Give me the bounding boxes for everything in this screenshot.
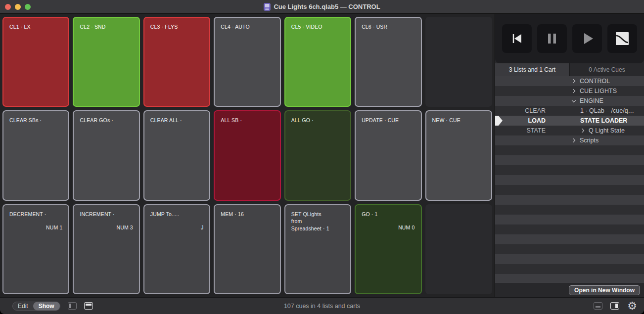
cart-cue-label: CLEAR ALL ·	[150, 117, 203, 124]
cart-cue-hotkey: J	[150, 224, 203, 230]
fade-curve-icon	[614, 31, 630, 46]
cart-cue-button[interactable]: CL5 · VIDEO	[284, 17, 351, 107]
cue-name: ENGINE	[580, 97, 603, 104]
cart-cue-button[interactable]: CLEAR GOs ·	[73, 110, 139, 200]
cue-list-row[interactable]: LOADSTATE LOADER	[495, 116, 644, 126]
cue-list-row[interactable]: STATEQ Light State	[495, 126, 644, 135]
cue-list-empty-row	[495, 215, 644, 224]
cart-cue-button[interactable]: MEM · 16	[214, 204, 280, 294]
cart-cell-empty	[425, 204, 492, 294]
cart-cue-button[interactable]: UPDATE · CUE	[355, 110, 421, 200]
cart-cue-button[interactable]: CL6 · USR	[355, 17, 421, 107]
cue-list-row[interactable]: CUE LIGHTS	[495, 86, 644, 96]
chevron-right-icon[interactable]	[571, 89, 577, 93]
sidebar: 3 Lists and 1 Cart 0 Active Cues CONTROL…	[495, 14, 644, 297]
sidebar-tabs: 3 Lists and 1 Cart 0 Active Cues	[495, 63, 644, 76]
cart-cue-label: ALL GO ·	[291, 117, 344, 124]
cart-cue-button[interactable]: CL2 · SND	[73, 17, 139, 107]
cart-cue-button[interactable]: CLEAR SBs ·	[2, 110, 69, 200]
cart-cue-button[interactable]: ALL SB ·	[214, 110, 280, 200]
zoom-window-icon[interactable]	[25, 4, 31, 10]
cart-cue-label: CL3 · FLYS	[150, 23, 203, 31]
cue-list-empty-row	[495, 244, 644, 254]
cue-list-row[interactable]: ENGINE	[495, 96, 644, 106]
pause-button[interactable]	[537, 24, 567, 53]
cart-cue-label: ALL SB ·	[221, 117, 274, 124]
cue-cart-grid: CL1 · LXCL2 · SNDCL3 · FLYSCL4 · AUTOCL5…	[0, 14, 495, 297]
document-icon	[264, 3, 271, 11]
edit-mode-button[interactable]: Edit	[13, 303, 33, 310]
sidebar-footer: Open in New Window	[495, 282, 644, 297]
cue-list-empty-row	[495, 224, 644, 234]
main-content: CL1 · LXCL2 · SNDCL3 · FLYSCL4 · AUTOCL5…	[0, 14, 644, 297]
show-mode-button[interactable]: Show	[33, 302, 60, 311]
chevron-down-icon[interactable]	[571, 98, 577, 103]
cart-cue-label: CL5 · VIDEO	[291, 23, 344, 31]
close-window-icon[interactable]	[5, 4, 11, 10]
cart-cue-label: JUMP To.....	[150, 211, 203, 218]
cue-name: Q Light State	[589, 127, 625, 134]
cart-cell-empty	[425, 17, 492, 107]
cue-list-empty-row	[495, 165, 644, 175]
cart-cue-button[interactable]: INCREMENT ·NUM 3	[73, 204, 139, 294]
cart-cue-button[interactable]: CLEAR ALL ·	[143, 110, 210, 200]
cart-cue-button[interactable]: CL3 · FLYS	[143, 17, 210, 107]
toggle-left-panel-icon[interactable]	[68, 302, 77, 310]
cart-cue-label: UPDATE · CUE	[362, 117, 414, 124]
traffic-lights	[0, 4, 31, 10]
tab-active-cues[interactable]: 0 Active Cues	[569, 63, 644, 76]
cue-list: CONTROLCUE LIGHTSENGINECLEAR1 · QLab – /…	[495, 76, 644, 282]
cart-cue-button[interactable]: ALL GO ·	[284, 110, 351, 200]
toggle-right-panel-icon[interactable]	[610, 302, 619, 310]
cue-list-empty-row	[495, 205, 644, 215]
skip-back-button[interactable]	[502, 24, 532, 53]
toggle-top-panel-icon[interactable]	[84, 302, 93, 310]
cart-cue-hotkey: NUM 3	[80, 224, 133, 230]
cart-cue-label: MEM · 16	[221, 211, 274, 218]
cue-count-status: 107 cues in 4 lists and carts	[0, 303, 644, 310]
cue-list-empty-row	[495, 274, 644, 282]
chevron-right-icon[interactable]	[571, 138, 577, 143]
transport-panel	[495, 14, 644, 63]
cart-cue-button[interactable]: DECREMENT ·NUM 1	[2, 204, 69, 294]
cue-name: Scripts	[580, 137, 598, 144]
cart-cue-button[interactable]: CL1 · LX	[2, 17, 69, 107]
cue-list-empty-row	[495, 264, 644, 274]
chevron-right-icon[interactable]	[571, 79, 577, 84]
tab-lists-and-carts[interactable]: 3 Lists and 1 Cart	[495, 63, 569, 76]
cue-list-empty-row	[495, 195, 644, 205]
cue-name: CUE LIGHTS	[580, 88, 617, 94]
cue-list-empty-row	[495, 185, 644, 195]
cart-cue-label: CLEAR GOs ·	[80, 117, 133, 124]
cart-cue-label: CL1 · LX	[9, 23, 62, 31]
cart-cue-button[interactable]: JUMP To.....J	[143, 204, 210, 294]
cart-cue-label: CLEAR SBs ·	[9, 117, 62, 124]
window-title: Cue Lights 6ch.qlab5 — CONTROL	[274, 3, 380, 10]
open-in-new-window-button[interactable]: Open in New Window	[569, 285, 640, 295]
cart-cue-label: SET QLights from Spreadsheet · 1	[291, 211, 344, 232]
cue-list-empty-row	[495, 145, 644, 155]
settings-gear-icon[interactable]: ⚙	[627, 301, 637, 312]
toggle-bottom-panel-icon[interactable]	[594, 302, 602, 310]
chevron-right-icon[interactable]	[580, 128, 586, 133]
cue-name: 1 · QLab – /cue/q…	[580, 107, 634, 114]
cart-cue-button[interactable]: NEW · CUE	[425, 110, 492, 200]
cart-cue-hotkey: NUM 1	[9, 224, 62, 230]
fade-button[interactable]	[607, 24, 637, 53]
play-button[interactable]	[572, 24, 602, 53]
cart-cue-button[interactable]: SET QLights from Spreadsheet · 1	[284, 204, 351, 294]
bottom-bar: 107 cues in 4 lists and carts Edit Show …	[0, 297, 644, 314]
cart-cue-button[interactable]: CL4 · AUTO	[214, 17, 280, 107]
cue-number: CLEAR	[495, 107, 569, 114]
pause-icon	[544, 31, 560, 46]
cue-list-empty-row	[495, 234, 644, 244]
cue-list-row[interactable]: CLEAR1 · QLab – /cue/q…	[495, 106, 644, 116]
cart-cue-label: NEW · CUE	[432, 117, 485, 124]
cue-name: CONTROL	[580, 78, 610, 85]
cart-cue-button[interactable]: GO · 1NUM 0	[355, 204, 421, 294]
cart-cue-label: CL6 · USR	[362, 23, 414, 31]
title-bar: Cue Lights 6ch.qlab5 — CONTROL	[0, 0, 644, 14]
cue-list-row[interactable]: Scripts	[495, 135, 644, 145]
cue-list-row[interactable]: CONTROL	[495, 76, 644, 86]
minimize-window-icon[interactable]	[15, 4, 21, 10]
